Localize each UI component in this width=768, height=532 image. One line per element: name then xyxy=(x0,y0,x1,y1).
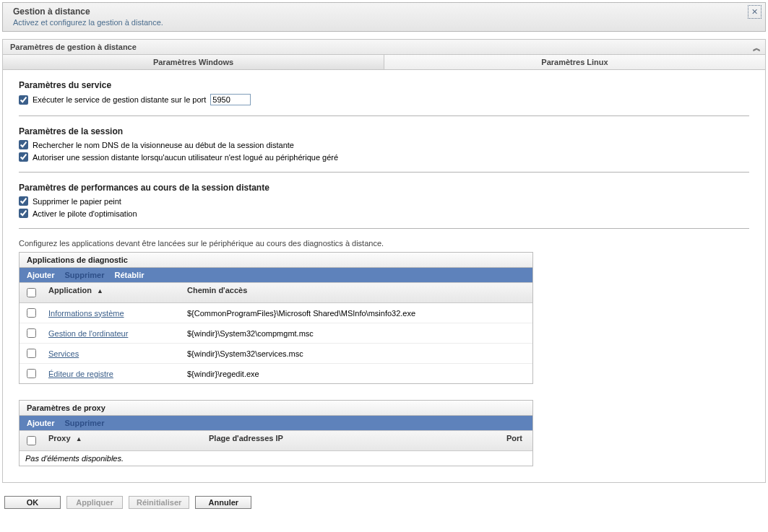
row-checkbox[interactable] xyxy=(27,349,36,358)
perf-heading: Paramètres de performances au cours de l… xyxy=(19,183,749,193)
proxy-table: Paramètres de proxy Ajouter Supprimer Pr… xyxy=(19,400,533,466)
divider xyxy=(19,172,749,173)
ok-button[interactable]: OK xyxy=(4,496,61,509)
proxy-table-title: Paramètres de proxy xyxy=(20,401,532,416)
apps-table-header: Application ▲ Chemin d'accès xyxy=(20,282,532,303)
apps-col-application[interactable]: Application ▲ xyxy=(44,283,183,302)
settings-panel: Paramètres du service Exécuter le servic… xyxy=(2,70,766,483)
app-path: ${windir}\System32\services.msc xyxy=(183,344,532,363)
page-banner: Gestion à distance Activez et configurez… xyxy=(2,2,766,32)
run-service-checkbox[interactable] xyxy=(19,95,28,105)
apps-table-title: Applications de diagnostic xyxy=(20,253,532,268)
row-checkbox[interactable] xyxy=(27,369,36,378)
allow-session-label: Autoriser une session distante lorsqu'au… xyxy=(33,153,338,162)
apps-delete-button[interactable]: Supprimer xyxy=(65,271,105,279)
app-path: ${windir}\System32\compmgmt.msc xyxy=(183,323,532,343)
proxy-add-button[interactable]: Ajouter xyxy=(27,419,55,427)
proxy-col-ip[interactable]: Plage d'adresses IP xyxy=(204,431,502,450)
optim-driver-label: Activer le pilote d'optimisation xyxy=(33,209,137,218)
proxy-table-header: Proxy ▲ Plage d'adresses IP Port xyxy=(20,430,532,451)
proxy-select-all-checkbox[interactable] xyxy=(27,436,36,445)
close-icon[interactable]: ✕ xyxy=(748,5,761,19)
app-path: ${windir}\regedit.exe xyxy=(183,364,532,383)
service-heading: Paramètres du service xyxy=(19,80,749,90)
wallpaper-checkbox[interactable] xyxy=(19,196,28,206)
app-link[interactable]: Gestion de l'ordinateur xyxy=(48,329,128,338)
page-subtitle: Activez et configurez la gestion à dista… xyxy=(13,18,759,27)
apps-col-application-label: Application xyxy=(48,286,92,295)
accordion-header[interactable]: Paramètres de gestion à distance ︽ xyxy=(2,39,766,55)
port-input[interactable] xyxy=(210,94,251,105)
apply-button[interactable]: Appliquer xyxy=(66,496,123,509)
optim-driver-checkbox[interactable] xyxy=(19,209,28,218)
proxy-empty-message: Pas d'éléments disponibles. xyxy=(20,451,532,466)
chevron-up-icon[interactable]: ︽ xyxy=(753,43,761,53)
run-service-label: Exécuter le service de gestion distante … xyxy=(33,95,206,104)
table-row: Gestion de l'ordinateur ${windir}\System… xyxy=(20,323,532,344)
allow-session-checkbox[interactable] xyxy=(19,152,28,162)
page-title: Gestion à distance xyxy=(13,6,759,17)
table-row: Éditeur de registre ${windir}\regedit.ex… xyxy=(20,364,532,383)
apps-col-path[interactable]: Chemin d'accès xyxy=(183,283,532,302)
row-checkbox[interactable] xyxy=(27,308,36,318)
table-row: Services ${windir}\System32\services.msc xyxy=(20,344,532,364)
sort-asc-icon: ▲ xyxy=(97,287,103,295)
cancel-button[interactable]: Annuler xyxy=(195,496,251,509)
app-path: ${CommonProgramFiles}\Microsoft Shared\M… xyxy=(183,303,532,323)
divider xyxy=(19,115,749,116)
table-row: Informations système ${CommonProgramFile… xyxy=(20,303,532,323)
proxy-delete-button[interactable]: Supprimer xyxy=(65,419,105,427)
proxy-col-proxy[interactable]: Proxy ▲ xyxy=(44,431,204,450)
diag-hint: Configurez les applications devant être … xyxy=(19,239,749,248)
row-checkbox[interactable] xyxy=(27,328,36,338)
app-link[interactable]: Services xyxy=(48,349,79,358)
apps-select-all-checkbox[interactable] xyxy=(27,288,36,297)
footer-buttons: OK Appliquer Réinitialiser Annuler xyxy=(4,496,768,509)
dns-lookup-label: Rechercher le nom DNS de la visionneuse … xyxy=(33,141,294,149)
tab-linux[interactable]: Paramètres Linux xyxy=(384,55,765,70)
tab-windows[interactable]: Paramètres Windows xyxy=(3,55,384,70)
proxy-table-toolbar: Ajouter Supprimer xyxy=(20,416,532,430)
proxy-col-port[interactable]: Port xyxy=(502,431,532,450)
app-link[interactable]: Informations système xyxy=(48,309,124,318)
dns-lookup-checkbox[interactable] xyxy=(19,140,28,149)
divider xyxy=(19,228,749,229)
reset-button[interactable]: Réinitialiser xyxy=(129,496,189,509)
app-link[interactable]: Éditeur de registre xyxy=(48,370,113,378)
session-heading: Paramètres de la session xyxy=(19,126,749,136)
apps-add-button[interactable]: Ajouter xyxy=(27,271,55,279)
apps-table: Applications de diagnostic Ajouter Suppr… xyxy=(19,252,533,384)
apps-table-toolbar: Ajouter Supprimer Rétablir xyxy=(20,268,532,282)
proxy-col-proxy-label: Proxy xyxy=(48,434,71,442)
accordion-title: Paramètres de gestion à distance xyxy=(10,43,137,51)
apps-reset-button[interactable]: Rétablir xyxy=(115,271,144,279)
wallpaper-label: Supprimer le papier peint xyxy=(33,197,121,206)
tab-bar: Paramètres Windows Paramètres Linux xyxy=(2,55,766,70)
sort-asc-icon: ▲ xyxy=(76,435,82,442)
